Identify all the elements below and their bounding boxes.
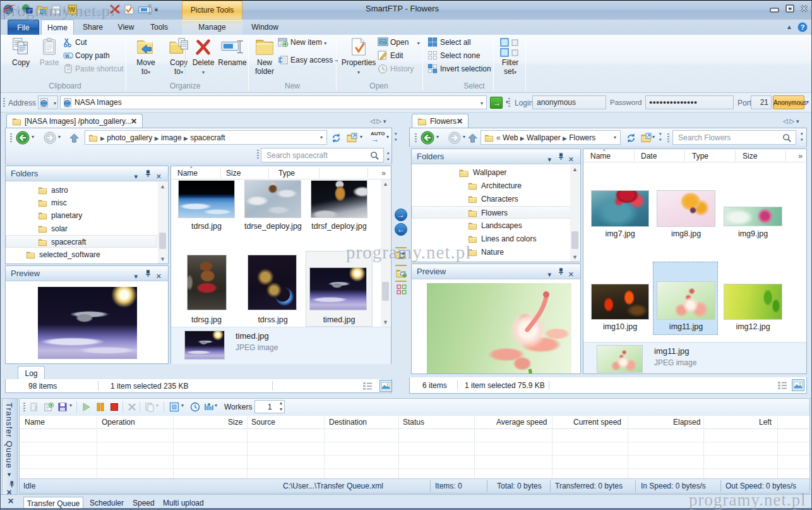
svg-text:?: ? bbox=[801, 23, 805, 31]
svg-text:W..: W.. bbox=[65, 54, 71, 58]
